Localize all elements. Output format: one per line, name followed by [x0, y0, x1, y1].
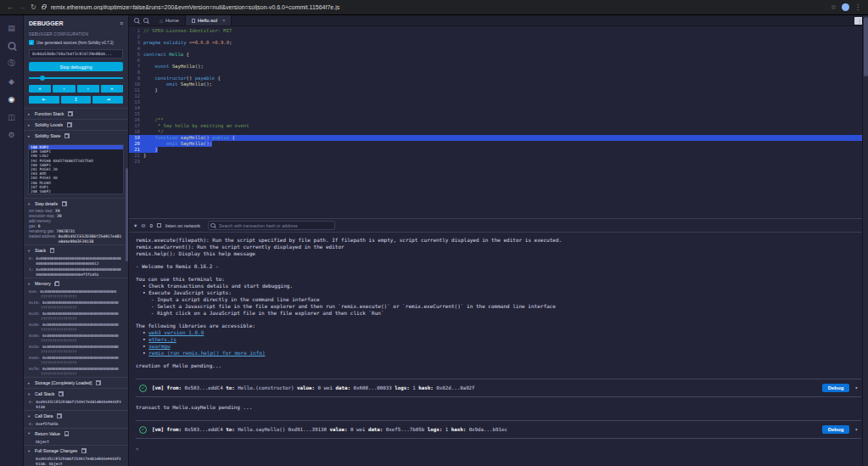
call-stack-header[interactable]: ▾Call Stack	[24, 388, 128, 399]
copy-icon[interactable]	[55, 282, 59, 286]
panel-menu-icon[interactable]: ≡	[120, 20, 123, 26]
panel-scrollbar[interactable]	[126, 168, 128, 261]
forward-icon[interactable]: →	[19, 4, 25, 11]
terminal-link[interactable]: remix (run remix.help() for more info)	[136, 350, 861, 357]
step-over-back-button[interactable]: «	[29, 85, 51, 93]
return-value-header[interactable]: ▾Return Value	[24, 428, 128, 439]
copy-icon[interactable]	[64, 431, 69, 435]
memory-offset: 0x10:	[29, 300, 42, 305]
reload-icon[interactable]: ↻	[31, 4, 36, 11]
tx-hash-input[interactable]	[29, 49, 123, 59]
page-scrollbar[interactable]	[862, 15, 868, 466]
entry-value: Object	[36, 440, 49, 445]
terminal-toggle-icon[interactable]: ▾	[134, 222, 137, 229]
bookmark-star-icon[interactable]: ☆	[831, 4, 837, 11]
tx-value: 0x608...00033	[353, 385, 391, 390]
call-data-header[interactable]: ▾Call Data	[24, 410, 128, 421]
terminal-search-input[interactable]	[208, 221, 335, 230]
clear-console-icon[interactable]: ⊘	[141, 222, 145, 229]
terminal-line: Execute JavaScript scripts:	[136, 289, 861, 296]
line-number: 16	[129, 117, 143, 123]
copy-icon[interactable]	[50, 249, 54, 253]
profile-avatar[interactable]	[842, 3, 849, 11]
tx-value: 0xef5...7b05b	[386, 427, 424, 432]
search-icon[interactable]	[5, 40, 19, 51]
settings-icon[interactable]: ⚙	[5, 129, 19, 140]
stack-header[interactable]: ▾Stack	[24, 244, 128, 255]
jump-out-button[interactable]: ↥	[61, 96, 92, 104]
line-number: 5	[129, 52, 143, 58]
copy-icon[interactable]	[57, 414, 61, 418]
copy-icon[interactable]	[96, 381, 100, 385]
code-text: function sayHello() public {	[143, 135, 235, 141]
caret-icon: ▾	[28, 392, 32, 396]
code-editor[interactable]: 1// SPDX-License-Identifier: MIT23pragma…	[129, 26, 868, 218]
copy-icon[interactable]	[64, 134, 69, 138]
expand-log-icon[interactable]: ▾	[854, 385, 858, 391]
page-scrollbar-thumb[interactable]	[864, 17, 868, 76]
listen-on-network-checkbox[interactable]	[157, 223, 161, 227]
close-tab-icon[interactable]: ×	[222, 18, 226, 23]
debug-button[interactable]: Debug	[822, 425, 850, 434]
use-generated-sources-checkbox[interactable]: ✓ Use generated sources (from Solidity v…	[24, 38, 128, 47]
storage-header[interactable]: ▸Storage [Completely Loaded]	[24, 377, 128, 388]
address-bar[interactable]: remix.ethereum.org/#optimize=false&runs=…	[51, 4, 826, 10]
opcode-row[interactable]: 208 SWAP2	[29, 189, 123, 194]
terminal-link[interactable]: web3 version 1.0.0	[136, 329, 861, 336]
spacer	[136, 357, 861, 362]
step-details-header[interactable]: ▾Step details	[24, 198, 128, 209]
tab-home[interactable]: ⌂Home	[154, 15, 186, 25]
terminal-prompt: >	[136, 446, 861, 452]
memory-offset: 0x0:	[29, 289, 40, 294]
step-back-button[interactable]: ‹	[53, 85, 75, 93]
jump-previous-breakpoint-button[interactable]: ⇤	[29, 96, 59, 104]
memory-offset: 0x60:	[29, 356, 42, 360]
function-stack-header[interactable]: ▸Function Stack	[24, 108, 128, 119]
entry-index	[29, 457, 33, 466]
line-number: 23	[129, 159, 143, 165]
terminal-content[interactable]: remix.execute(filepath): Run the script …	[129, 233, 868, 466]
step-into-button[interactable]: ›	[77, 85, 99, 93]
debugger-configuration-heading: DEBUGGER CONFIGURATION	[24, 30, 128, 38]
memory-ascii: ????????????????	[29, 317, 123, 322]
stop-debugging-button[interactable]: Stop debugging	[29, 62, 123, 71]
plugin-manager-icon[interactable]: ◫	[5, 111, 19, 122]
tab-hello-sol[interactable]: Hello.sol×	[186, 15, 232, 25]
file-explorer-icon[interactable]: ▤	[5, 22, 19, 33]
memory-hex: 0x10: 0x00000000000000000000000000000000	[29, 300, 123, 306]
call-data-section: ▾Call Data0:0xef5fb05b	[24, 410, 128, 428]
slider-thumb[interactable]	[40, 76, 45, 81]
zoom-out-icon[interactable]	[134, 18, 139, 23]
back-icon[interactable]: ←	[7, 4, 14, 11]
code-line: 20 emit SayHello();	[129, 141, 868, 147]
solidity-state-header[interactable]: ▸Solidity State	[24, 130, 128, 141]
memory-ascii: ????????????????	[29, 306, 123, 311]
full-storage-changes-header[interactable]: ▾Full Storage Changes	[24, 445, 128, 456]
line-number: 14	[129, 105, 143, 111]
entry-index: 0:	[29, 256, 33, 266]
copy-icon[interactable]	[68, 112, 72, 116]
step-over-forward-button[interactable]: »	[101, 85, 123, 93]
debugger-icon[interactable]: ◉	[5, 93, 19, 104]
copy-icon[interactable]	[62, 202, 66, 206]
zoom-in-icon[interactable]	[143, 18, 148, 23]
debug-button[interactable]: Debug	[822, 384, 850, 392]
editor-tabbar: ⌂HomeHello.sol× ⋮	[129, 15, 868, 26]
expand-log-icon[interactable]: ▾	[854, 426, 858, 433]
solidity-locals-header[interactable]: ▸Solidity Locals	[24, 119, 128, 130]
memory-row: 0x40: 0x00000000000000000000000000000000…	[24, 333, 128, 344]
copy-icon[interactable]	[67, 123, 71, 127]
memory-header[interactable]: ▾Memory	[24, 278, 128, 289]
code-text: }	[143, 87, 158, 93]
browser-menu-icon[interactable]: ⋮	[854, 4, 861, 11]
terminal-link[interactable]: ethers.js	[136, 336, 861, 343]
copy-icon[interactable]	[81, 449, 86, 453]
debugger-step-slider[interactable]	[29, 75, 123, 81]
solidity-compiler-icon[interactable]: Ⓢ	[5, 58, 19, 69]
terminal-link[interactable]: swarmgw	[136, 343, 861, 350]
deploy-and-run-icon[interactable]: ◆	[5, 76, 19, 87]
full-storage-changes-label: Full Storage Changes	[35, 448, 77, 453]
jump-next-breakpoint-button[interactable]: ⇥	[92, 96, 123, 104]
copy-icon[interactable]	[59, 392, 63, 396]
line-number: 7	[129, 64, 143, 70]
